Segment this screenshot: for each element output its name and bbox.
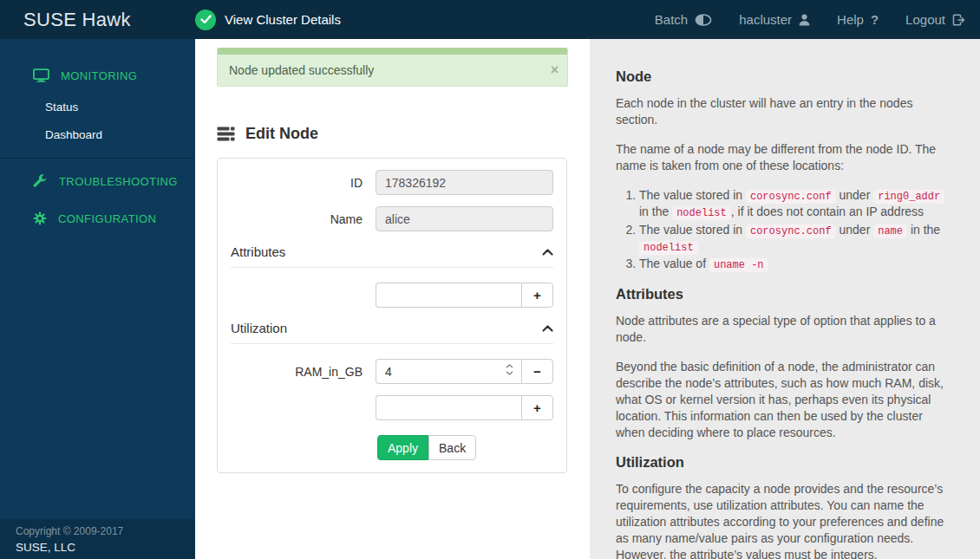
page-title: Edit Node [217,125,590,143]
spinner-up-icon [506,364,513,368]
help-section-utilization: Utilization To configure the capacity a … [616,454,954,559]
sidebar-item-label: MONITORING [61,69,137,82]
attributes-legend-label: Attributes [231,244,285,259]
new-utilization-group: + [376,395,553,420]
brand-logo[interactable]: SUSE Hawk [0,9,195,31]
nav-help[interactable]: Help ? [837,12,879,27]
logout-icon [952,14,965,26]
hawk-app: SUSE Hawk View Cluster Details Batch hac… [0,0,980,559]
sidebar-item-dashboard[interactable]: Dashboard [0,121,195,149]
main-content: Node updated successfully × Edit Node ID… [195,39,590,559]
inline-code: uname -n [709,258,768,272]
sidebar-item-status[interactable]: Status [0,94,195,121]
list-item: The value of uname -n [639,256,954,272]
attributes-section-header[interactable]: Attributes [231,243,553,268]
cluster-status-label: View Cluster Details [225,12,341,27]
company-text: SUSE, LLC [16,541,195,554]
new-attribute-group: + [376,283,553,308]
help-heading-node: Node [616,68,954,85]
utilization-section-header[interactable]: Utilization [231,319,553,344]
help-heading-attributes: Attributes [616,286,954,302]
wrench-icon [33,174,48,189]
utilization-legend-label: Utilization [231,321,287,335]
edit-node-panel: ID Name Attributes + Utilization [217,158,567,473]
ram-input[interactable] [376,359,521,384]
top-nav: Batch hacluster Help ? Logout [655,12,980,27]
alert-message: Node updated successfully [229,63,374,77]
form-actions: Apply Back [377,435,553,460]
sidebar-divider [0,158,195,159]
ram-input-group: − [376,359,553,384]
chevron-up-icon [542,249,553,256]
sidebar-item-troubleshooting[interactable]: TROUBLESHOOTING [0,163,195,200]
nav-batch[interactable]: Batch [655,12,712,27]
check-circle-icon [195,10,216,30]
page-title-label: Edit Node [245,125,318,143]
list-item: The value stored in corosync.conf under … [639,222,954,256]
spinner-down-icon [506,371,513,375]
sidebar: MONITORING Status Dashboard TROUBLESHOOT… [0,39,195,559]
help-section-attributes: Attributes Node attributes are a special… [616,286,954,441]
sidebar-item-label: TROUBLESHOOTING [59,175,178,188]
ram-label: RAM_in_GB [231,365,376,379]
new-attribute-input[interactable] [376,283,521,308]
sidebar-item-label: CONFIGURATION [58,212,156,225]
user-icon [799,14,810,26]
help-paragraph: To configure the capacity a node provide… [616,481,954,559]
add-utilization-button[interactable]: + [521,395,553,420]
id-input [376,170,553,195]
inline-code: corosync.conf [746,224,836,238]
alert-close-button[interactable]: × [551,63,559,77]
new-utilization-input[interactable] [376,395,521,420]
id-label: ID [231,176,376,190]
success-alert: Node updated successfully × [217,48,568,87]
nav-user[interactable]: hacluster [739,12,810,27]
help-paragraph: Beyond the basic definition of a node, t… [616,359,954,441]
sidebar-item-configuration[interactable]: CONFIGURATION [0,200,195,237]
help-heading-utilization: Utilization [616,454,954,471]
nav-logout[interactable]: Logout [905,12,965,27]
apply-button[interactable]: Apply [377,435,428,460]
cluster-status[interactable]: View Cluster Details [195,10,341,30]
number-spinner[interactable] [506,364,513,375]
inline-code: nodelist [639,241,698,255]
inline-code: ring0_addr [873,190,944,204]
gear-icon [33,211,47,225]
inline-code: nodelist [672,206,731,220]
remove-ram-button[interactable]: − [521,359,553,384]
help-panel: Node Each node in the cluster will have … [590,39,980,559]
monitor-icon [33,68,49,82]
name-label: Name [231,212,376,226]
help-paragraph: Node attributes are a special type of op… [616,313,954,346]
help-paragraph: Each node in the cluster will have an en… [616,95,954,128]
help-paragraph: The name of a node may be different from… [616,141,954,174]
name-input [376,206,553,231]
add-attribute-button[interactable]: + [521,283,553,308]
back-button[interactable]: Back [428,435,476,460]
question-icon: ? [871,12,879,27]
sidebar-footer: Copyright © 2009-2017 SUSE, LLC [0,519,195,559]
server-stack-icon [217,127,235,141]
batch-toggle-icon [695,14,712,26]
nav-help-label: Help [837,12,864,27]
nav-logout-label: Logout [905,12,945,27]
nav-user-label: hacluster [739,12,792,27]
node-name-sources-list: The value stored in corosync.conf under … [616,187,954,273]
chevron-up-icon [542,325,553,332]
help-section-node: Node Each node in the cluster will have … [616,68,954,273]
sidebar-item-monitoring[interactable]: MONITORING [0,57,195,94]
inline-code: corosync.conf [746,190,836,204]
copyright-text: Copyright © 2009-2017 [16,525,195,537]
inline-code: name [873,224,907,238]
nav-batch-label: Batch [655,12,688,27]
top-bar: SUSE Hawk View Cluster Details Batch hac… [0,0,980,39]
list-item: The value stored in corosync.conf under … [639,187,954,221]
page-layout: MONITORING Status Dashboard TROUBLESHOOT… [0,39,980,559]
